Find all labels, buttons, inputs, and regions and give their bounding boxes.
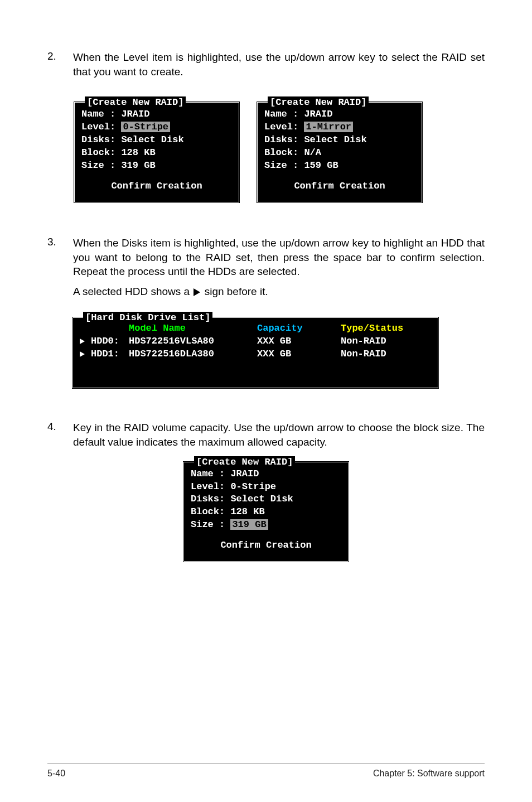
confirm-creation-button[interactable]: Confirm Creation	[191, 539, 341, 552]
disks-label: Disks:	[81, 134, 115, 145]
confirm-creation-button[interactable]: Confirm Creation	[264, 180, 415, 193]
level-value-highlighted[interactable]: 1-Mirror	[304, 122, 353, 132]
create-raid-stripe-panel: [Create New RAID] Name : JRAID Level: 0-…	[73, 101, 240, 204]
drive-model: HDS722516DLA380	[129, 348, 257, 361]
panel-title: [Create New RAID]	[268, 96, 369, 109]
step-3: 3. When the Disks item is highlighted, u…	[47, 236, 485, 299]
level-label: Level:	[191, 481, 225, 492]
name-value: JRAID	[304, 109, 332, 119]
drive-type: Non-RAID	[341, 335, 431, 348]
step-number: 3.	[47, 236, 73, 299]
header-type: Type/Status	[341, 322, 431, 335]
name-label: Name :	[191, 468, 225, 479]
create-raid-size-panel: [Create New RAID] Name : JRAID Level: 0-…	[182, 461, 350, 563]
triangle-icon	[194, 288, 200, 296]
size-label: Size :	[264, 160, 298, 171]
page-number: 5-40	[47, 769, 65, 779]
block-label: Block:	[81, 147, 115, 158]
drive-row[interactable]: HDD1: HDS722516DLA380 XXX GB Non-RAID	[80, 348, 431, 361]
drive-capacity: XXX GB	[257, 335, 341, 348]
panel-title: [Hard Disk Drive List]	[83, 312, 212, 325]
step-4: 4. Key in the RAID volume capacity. Use …	[47, 421, 485, 449]
size-label: Size :	[191, 519, 225, 530]
drive-capacity: XXX GB	[257, 348, 341, 361]
size-value: 319 GB	[121, 160, 155, 171]
block-value: 128 KB	[230, 506, 264, 517]
panel-title: [Create New RAID]	[194, 456, 295, 469]
name-value: JRAID	[230, 468, 259, 479]
panel-title: [Create New RAID]	[85, 96, 186, 109]
size-value: 159 GB	[304, 160, 338, 171]
step-note: A selected HDD shows a sign before it.	[73, 284, 485, 299]
step-number: 2.	[47, 50, 73, 79]
block-label: Block:	[264, 147, 298, 158]
selected-marker-icon	[80, 351, 85, 357]
disks-value: Select Disk	[121, 134, 183, 145]
page-footer: 5-40 Chapter 5: Software support	[47, 764, 485, 779]
block-value: 128 KB	[121, 147, 155, 158]
chapter-label: Chapter 5: Software support	[373, 769, 485, 779]
block-label: Block:	[191, 506, 225, 517]
header-capacity: Capacity	[257, 322, 341, 335]
level-label: Level:	[264, 122, 298, 132]
step-text: When the Level item is highlighted, use …	[73, 50, 485, 79]
disks-value: Select Disk	[230, 494, 293, 504]
level-label: Level:	[81, 122, 115, 132]
step-text: Key in the RAID volume capacity. Use the…	[73, 421, 485, 449]
disks-label: Disks:	[191, 494, 225, 504]
block-value: N/A	[304, 147, 321, 158]
drive-model: HDS722516VLSA80	[129, 335, 257, 348]
create-raid-mirror-panel: [Create New RAID] Name : JRAID Level: 1-…	[256, 101, 423, 204]
name-label: Name :	[81, 109, 115, 119]
size-value-highlighted[interactable]: 319 GB	[230, 519, 268, 530]
level-value: 0-Stripe	[230, 481, 276, 492]
level-value-highlighted[interactable]: 0-Stripe	[121, 122, 170, 132]
name-label: Name :	[264, 109, 298, 119]
confirm-creation-button[interactable]: Confirm Creation	[81, 180, 232, 193]
disks-value: Select Disk	[304, 134, 366, 145]
name-value: JRAID	[121, 109, 149, 119]
step-2: 2. When the Level item is highlighted, u…	[47, 50, 485, 79]
drive-type: Non-RAID	[341, 348, 431, 361]
disks-label: Disks:	[264, 134, 298, 145]
drive-row[interactable]: HDD0: HDS722516VLSA80 XXX GB Non-RAID	[80, 335, 431, 348]
step-text: When the Disks item is highlighted, use …	[73, 237, 485, 277]
step-number: 4.	[47, 421, 73, 449]
selected-marker-icon	[80, 339, 85, 344]
drive-slot: HDD1:	[91, 348, 129, 361]
drive-slot: HDD0:	[91, 335, 129, 348]
hard-disk-drive-list-panel: [Hard Disk Drive List] Model Name Capaci…	[71, 316, 439, 389]
size-label: Size :	[81, 160, 115, 171]
